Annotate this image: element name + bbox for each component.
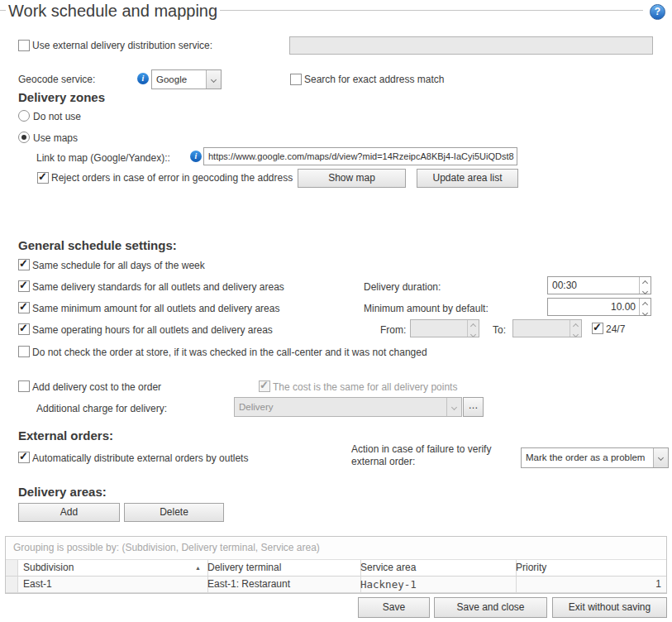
same-minimum-label: Same minimum amount for all outlets and … (32, 303, 279, 314)
same-schedule-label: Same schedule for all days of the week (32, 260, 205, 271)
spinner-arrows-icon[interactable] (639, 299, 651, 315)
do-not-use-radio[interactable] (18, 110, 30, 122)
from-spinner (410, 319, 479, 337)
from-value (415, 320, 464, 337)
do-not-check-order-checkbox[interactable] (18, 346, 30, 357)
exact-address-match-label: Search for exact address match (304, 74, 444, 85)
verify-action-value: Mark the order as a problem (526, 448, 652, 467)
info-icon: i (190, 151, 202, 162)
minimum-amount-spinner[interactable]: 10.00 (547, 298, 651, 316)
cell-subdivision[interactable]: East-1 (17, 577, 208, 592)
groupbox-line-right (220, 10, 643, 11)
reject-orders-label: Reject orders in case of error in geocod… (51, 172, 293, 184)
exit-without-saving-button[interactable]: Exit without saving (552, 597, 667, 618)
info-icon: i (137, 73, 149, 84)
additional-charge-select: Delivery (234, 397, 462, 417)
cell-service-area[interactable]: Hackney-1 (355, 577, 517, 592)
add-area-button[interactable]: Add (18, 503, 120, 522)
add-delivery-cost-label: Add delivery cost to the order (32, 381, 161, 393)
help-icon[interactable]: ? (650, 4, 665, 20)
to-label: To: (493, 324, 506, 336)
use-maps-radio[interactable] (18, 132, 30, 143)
row-selector-header (6, 560, 18, 576)
spinner-arrows-icon[interactable] (639, 277, 651, 294)
same-minimum-checkbox[interactable] (18, 302, 30, 313)
use-external-service-label: Use external delivery distribution servi… (32, 40, 212, 51)
table-header-row: Subdivision ▲ Delivery terminal Service … (6, 560, 666, 577)
spinner-arrows-icon (467, 320, 479, 337)
verify-action-select[interactable]: Mark the order as a problem (521, 447, 669, 468)
sort-ascending-icon: ▲ (195, 565, 201, 571)
do-not-use-label: Do not use (33, 111, 81, 122)
external-service-field (289, 36, 653, 55)
page-title: Work schedule and mapping (8, 2, 217, 21)
geocode-service-value: Google (156, 70, 205, 89)
use-maps-label: Use maps (33, 132, 78, 144)
auto-distribute-label: Automatically distribute external orders… (32, 452, 248, 464)
additional-charge-label: Additional charge for delivery: (36, 403, 167, 414)
charge-browse-button[interactable]: … (463, 397, 484, 417)
same-hours-checkbox[interactable] (18, 323, 30, 335)
chevron-down-icon[interactable] (653, 448, 668, 467)
row-selector[interactable] (6, 577, 18, 592)
exact-address-match-checkbox[interactable] (290, 74, 302, 85)
table-row[interactable]: East-1 East-1: Restaraunt Hackney-1 1 (6, 577, 666, 593)
map-link-input[interactable]: https://www.google.com/maps/d/view?mid=1… (203, 147, 517, 165)
delete-area-button[interactable]: Delete (124, 503, 224, 522)
column-header-subdivision[interactable]: Subdivision ▲ (17, 560, 208, 576)
save-button[interactable]: Save (358, 597, 430, 618)
auto-distribute-checkbox[interactable] (18, 452, 30, 463)
work-schedule-dialog: Work schedule and mapping ? Use external… (0, 0, 672, 622)
to-value (517, 320, 566, 337)
column-header-priority[interactable]: Priority (510, 560, 672, 576)
verify-action-label: Action in case of failure to verify exte… (351, 443, 521, 468)
spinner-arrows-icon (570, 320, 581, 337)
delivery-duration-label: Delivery duration: (364, 281, 441, 293)
column-header-service-area[interactable]: Service area (355, 560, 517, 576)
delivery-areas-title: Delivery areas: (18, 485, 107, 499)
minimum-amount-label: Minimum amount by default: (364, 303, 489, 314)
use-external-service-checkbox[interactable] (18, 40, 30, 51)
always-open-label: 24/7 (606, 323, 625, 335)
same-hours-label: Same operating hours for all outlets and… (32, 324, 273, 336)
general-settings-title: General schedule settings: (18, 238, 177, 252)
column-header-delivery-terminal[interactable]: Delivery terminal (202, 560, 361, 576)
same-standards-label: Same delivery standards for all outlets … (32, 281, 284, 293)
geocode-service-label: Geocode service: (18, 74, 95, 85)
chevron-down-icon[interactable] (206, 70, 221, 89)
geocode-service-select[interactable]: Google (151, 69, 222, 89)
reject-orders-checkbox[interactable] (37, 172, 49, 184)
always-open-checkbox[interactable] (592, 323, 603, 334)
same-cost-checkbox (259, 380, 270, 392)
link-to-map-label: Link to map (Google/Yandex):: (36, 152, 170, 164)
update-area-list-button[interactable]: Update area list (417, 169, 518, 188)
external-orders-title: External orders: (18, 428, 113, 443)
same-standards-checkbox[interactable] (18, 280, 30, 292)
do-not-check-order-label: Do not check the order at store, if it w… (32, 347, 427, 358)
groupbox-line-left (0, 10, 6, 11)
same-cost-label: The cost is the same for all delivery po… (273, 381, 457, 393)
grouping-hint: Grouping is possible by: (Subdivision, D… (6, 537, 666, 560)
additional-charge-value: Delivery (239, 398, 446, 416)
to-spinner (512, 319, 582, 337)
chevron-down-icon (446, 398, 461, 416)
minimum-amount-value: 10.00 (552, 299, 636, 315)
save-and-close-button[interactable]: Save and close (434, 597, 547, 618)
same-schedule-checkbox[interactable] (18, 259, 30, 270)
cell-priority[interactable]: 1 (510, 577, 666, 592)
delivery-duration-spinner[interactable]: 00:30 (547, 276, 651, 294)
delivery-zones-title: Delivery zones (18, 90, 105, 104)
show-map-button[interactable]: Show map (298, 169, 406, 188)
cell-delivery-terminal[interactable]: East-1: Restaraunt (202, 577, 361, 592)
areas-table: Grouping is possible by: (Subdivision, D… (5, 536, 667, 594)
add-delivery-cost-checkbox[interactable] (18, 380, 30, 392)
delivery-duration-value: 00:30 (552, 277, 636, 294)
from-label: From: (380, 324, 406, 336)
